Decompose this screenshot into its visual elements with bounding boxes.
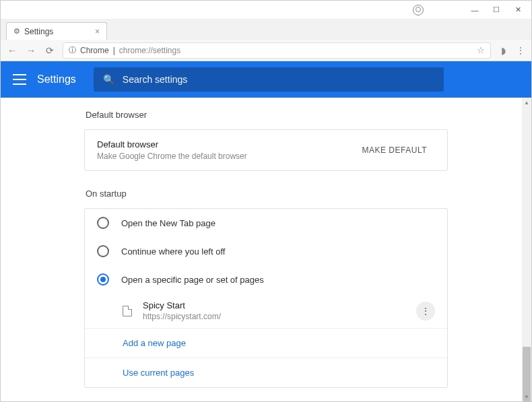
search-input[interactable] — [123, 74, 434, 85]
radio-label: Open the New Tab page — [121, 218, 215, 228]
startup-page-url: https://spicystart.com/ — [143, 312, 405, 321]
default-browser-title: Default browser — [97, 139, 354, 149]
radio-icon — [97, 217, 109, 229]
search-settings-box[interactable]: 🔍 — [94, 67, 444, 92]
tab-strip: ⚙ Settings × — [1, 20, 531, 40]
add-new-page-link[interactable]: Add a new page — [85, 328, 447, 358]
startup-page-name: Spicy Start — [143, 300, 405, 310]
section-label-default-browser: Default browser — [84, 110, 448, 120]
startup-option-new-tab[interactable]: Open the New Tab page — [85, 209, 447, 237]
page-title: Settings — [37, 73, 76, 86]
url-scheme-label: Chrome — [80, 46, 109, 55]
section-label-on-startup: On startup — [84, 189, 448, 199]
browser-tab[interactable]: ⚙ Settings × — [6, 22, 107, 40]
gear-icon: ⚙ — [13, 27, 20, 36]
radio-icon-checked — [97, 273, 109, 286]
reload-button[interactable]: ⟳ — [44, 45, 56, 56]
use-current-pages-link[interactable]: Use current pages — [85, 358, 447, 387]
bookmark-star-icon[interactable]: ☆ — [477, 45, 485, 55]
window-titlebar: — ☐ ✕ — [1, 1, 531, 20]
scrollbar[interactable]: ▲ ▼ — [522, 98, 531, 401]
radio-label: Open a specific page or set of pages — [121, 275, 264, 285]
address-bar: ← → ⟳ ⓘ Chrome | chrome://settings ☆ ◗ ⋮ — [1, 40, 531, 61]
make-default-button[interactable]: MAKE DEFAULT — [354, 140, 435, 160]
back-button[interactable]: ← — [6, 45, 18, 56]
close-tab-icon[interactable]: × — [95, 27, 100, 36]
omnibox[interactable]: ⓘ Chrome | chrome://settings ☆ — [63, 42, 491, 59]
startup-page-row: Spicy Start https://spicystart.com/ ⋮ — [85, 294, 447, 328]
menu-icon[interactable]: ⋮ — [515, 45, 526, 56]
settings-header: Settings 🔍 — [1, 61, 531, 98]
settings-content: pcrisk.com Default browser Default brows… — [1, 98, 531, 401]
profile-icon[interactable] — [413, 5, 424, 15]
tab-title: Settings — [24, 27, 53, 36]
on-startup-card: Open the New Tab page Continue where you… — [84, 208, 448, 388]
default-browser-subtitle: Make Google Chrome the default browser — [97, 152, 354, 161]
scroll-down-arrow[interactable]: ▼ — [522, 392, 531, 401]
url-text: chrome://settings — [119, 46, 180, 55]
search-icon: 🔍 — [103, 74, 114, 85]
maximize-button[interactable]: ☐ — [486, 3, 507, 18]
scroll-up-arrow[interactable]: ▲ — [522, 98, 531, 107]
startup-option-continue[interactable]: Continue where you left off — [85, 237, 447, 265]
hamburger-menu-icon[interactable] — [13, 74, 26, 85]
extensions-icon[interactable]: ◗ — [498, 45, 508, 56]
more-actions-button[interactable]: ⋮ — [416, 302, 435, 321]
radio-label: Continue where you left off — [121, 246, 225, 257]
close-window-button[interactable]: ✕ — [507, 3, 529, 18]
startup-option-specific-page[interactable]: Open a specific page or set of pages — [85, 265, 447, 294]
radio-icon — [97, 245, 109, 257]
site-info-icon: ⓘ — [69, 45, 76, 55]
forward-button[interactable]: → — [25, 45, 37, 56]
page-icon — [123, 306, 132, 316]
default-browser-card: Default browser Make Google Chrome the d… — [84, 129, 448, 171]
minimize-button[interactable]: — — [464, 3, 486, 18]
